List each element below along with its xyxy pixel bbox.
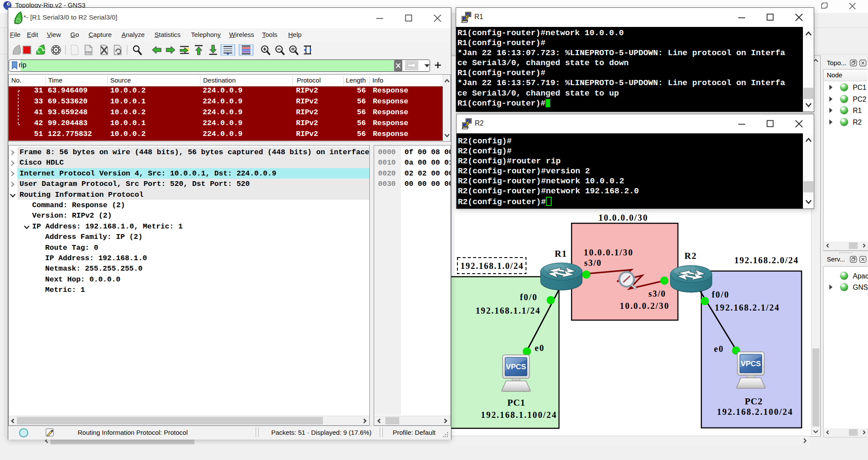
svg-text:010: 010 <box>85 50 92 54</box>
svg-text:VPCS: VPCS <box>741 360 761 368</box>
svg-text:VPCS: VPCS <box>506 363 526 371</box>
